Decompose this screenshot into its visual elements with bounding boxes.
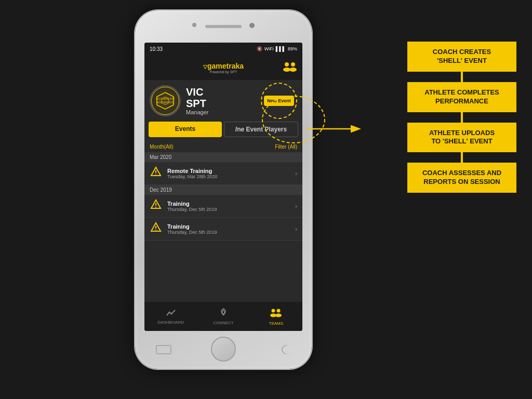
event-title-2: Training [167, 201, 290, 207]
training-icon-2 [150, 199, 162, 213]
new-event-circle: New Event [261, 83, 297, 119]
nav-dashboard[interactable]: DASHBOARD [144, 308, 197, 325]
month-header-2: Dec 2019 [144, 185, 302, 195]
event-title-1: Remote Training [167, 168, 290, 174]
phone-camera [249, 23, 255, 28]
svg-point-20 [272, 309, 275, 313]
svg-point-18 [170, 313, 172, 315]
nav-connect-label: CONNECT [213, 321, 234, 325]
phone-speaker [205, 25, 242, 28]
event-info-1: Remote Training Tuesday, Mar 28th 2020 [167, 168, 290, 179]
svg-point-13 [155, 207, 156, 208]
bottom-nav: DASHBOARD CONNECT [144, 302, 302, 331]
new-event-button[interactable]: New Event [264, 96, 294, 107]
logo-sub: Powered by SPT [210, 70, 237, 74]
svg-point-16 [155, 230, 156, 231]
tab-bar: Events Ine Event Players [144, 122, 302, 141]
svg-point-23 [275, 314, 282, 317]
teams-icon[interactable] [283, 59, 297, 76]
filter-all[interactable]: Filter (All) [275, 144, 297, 150]
training-icon-1 [150, 166, 162, 180]
event-item-1[interactable]: Remote Training Tuesday, Mar 28th 2020 › [144, 162, 302, 185]
svg-point-1 [291, 62, 295, 66]
flow-step-4: COACH ASSESSES AND REPORTS ON SESSION [407, 163, 516, 193]
svg-point-21 [277, 309, 281, 313]
role-label: Manager [186, 109, 208, 115]
month-filter[interactable]: Month(All) [150, 144, 174, 150]
screen-content: 10:33 🔇 WiFi ▌▌▌ 89% ▽gametraka [144, 43, 302, 331]
nav-dashboard-label: DASHBOARD [157, 320, 184, 325]
dashboard-icon [166, 308, 176, 319]
tab-players-label: Ine Event Players [235, 126, 287, 133]
nav-teams-label: TEAMS [269, 321, 284, 326]
club-badge: SEGUIMIENTO RENDIMIENTO [150, 85, 181, 116]
phone-camera2 [192, 23, 196, 27]
flow-step-2: ATHLETE COMPLETES PERFORMANCE [407, 82, 516, 112]
month-header-1: Mar 2020 [144, 152, 302, 162]
arrow-icon-2: › [295, 203, 297, 210]
event-date-3: Thursday, Dec 5th 2019 [167, 230, 290, 235]
flow-connector-3 [461, 152, 463, 163]
flow-step-1: COACH CREATES 'SHELL' EVENT [407, 42, 516, 72]
svg-point-19 [222, 313, 224, 315]
phone-screen: 10:33 🔇 WiFi ▌▌▌ 89% ▽gametraka [144, 43, 302, 331]
profile-section: SEGUIMIENTO RENDIMIENTO VIC SPT Manager [144, 80, 302, 122]
logo-text: ▽gametraka [203, 62, 244, 70]
filter-bar: Month(All) Filter (All) [144, 141, 302, 152]
nav-connect[interactable]: CONNECT [197, 308, 249, 325]
training-icon-3 [150, 222, 162, 236]
team-name: VIC SPT [186, 86, 208, 109]
event-title-3: Training [167, 223, 290, 230]
battery-icon: 89% [288, 46, 297, 51]
teams-nav-icon [270, 307, 282, 320]
svg-point-3 [289, 68, 297, 72]
signal-icon: ▌▌▌ [276, 46, 286, 51]
event-info-2: Training Thursday, Dec 5th 2019 [167, 201, 290, 212]
arrow-icon-1: › [295, 170, 297, 177]
connect-icon [218, 308, 229, 320]
event-item-3[interactable]: Training Thursday, Dec 5th 2019 › [144, 218, 302, 241]
svg-point-10 [155, 174, 156, 175]
arrow-icon-3: › [295, 225, 297, 233]
club-badge-inner: SEGUIMIENTO RENDIMIENTO [151, 87, 179, 115]
event-item-2[interactable]: Training Thursday, Dec 5th 2019 › [144, 195, 302, 218]
svg-point-2 [283, 68, 290, 72]
mute-icon: 🔇 [257, 46, 262, 51]
phone-recents-button[interactable] [280, 343, 292, 356]
status-time: 10:33 [150, 46, 163, 52]
svg-point-0 [285, 62, 289, 66]
nav-teams[interactable]: TEAMS [250, 307, 302, 326]
flow-container: COACH CREATES 'SHELL' EVENT ATHLETE COMP… [407, 42, 516, 193]
app-header: ▽gametraka Powered by SPT [144, 55, 302, 80]
status-bar: 10:33 🔇 WiFi ▌▌▌ 89% [144, 43, 302, 55]
svg-point-17 [168, 312, 170, 313]
scene: 10:33 🔇 WiFi ▌▌▌ 89% ▽gametraka [0, 0, 532, 399]
flow-connector-1 [461, 72, 463, 82]
event-date-1: Tuesday, Mar 28th 2020 [167, 174, 290, 179]
status-icons: 🔇 WiFi ▌▌▌ 89% [257, 46, 297, 51]
wifi-icon: WiFi [264, 46, 274, 51]
logo-area: ▽gametraka Powered by SPT [203, 62, 244, 74]
phone-back-button[interactable] [156, 345, 171, 354]
phone-home-button[interactable] [211, 337, 236, 362]
svg-text:SEGUIMIENTO: SEGUIMIENTO [156, 97, 175, 100]
flow-step-3: ATHLETE UPLOADS TO 'SHELL' EVENT [407, 123, 516, 153]
profile-info: VIC SPT Manager [186, 86, 208, 115]
tab-events[interactable]: Events [149, 122, 222, 137]
flow-connector-2 [461, 112, 463, 123]
event-info-3: Training Thursday, Dec 5th 2019 [167, 223, 290, 235]
tab-players[interactable]: Ine Event Players [224, 122, 298, 137]
event-date-2: Thursday, Dec 5th 2019 [167, 207, 290, 212]
svg-text:RENDIMIENTO: RENDIMIENTO [156, 101, 175, 104]
phone-shell: 10:33 🔇 WiFi ▌▌▌ 89% ▽gametraka [135, 10, 312, 369]
